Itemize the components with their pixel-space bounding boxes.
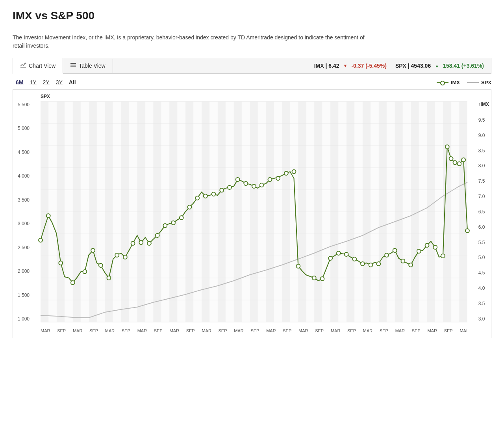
time-btn-6m[interactable]: 6M	[13, 78, 26, 86]
time-btn-1y[interactable]: 1Y	[26, 78, 39, 86]
svg-point-53	[337, 251, 341, 255]
tab-chart[interactable]: Chart View	[13, 58, 63, 74]
tabs-bar: Chart View Table View IMX | 6.42 ▼ -0.37…	[13, 58, 491, 74]
svg-point-45	[268, 178, 272, 182]
svg-point-30	[147, 241, 151, 245]
svg-point-43	[252, 184, 256, 188]
time-range-bar: 6M 1Y 2Y 3Y All IMX SPX	[13, 74, 491, 90]
svg-point-72	[465, 229, 469, 233]
svg-point-24	[99, 263, 103, 267]
svg-point-35	[187, 205, 191, 209]
svg-point-69	[453, 161, 457, 165]
svg-point-68	[449, 157, 453, 161]
svg-point-46	[276, 176, 280, 180]
svg-point-19	[46, 214, 50, 218]
svg-point-34	[180, 216, 183, 220]
table-view-icon	[70, 63, 76, 69]
time-btn-2y[interactable]: 2Y	[40, 78, 53, 86]
svg-point-37	[204, 194, 208, 198]
y-axis-left: 5,500 5,000 4,500 4,000 3,500 3,000 2,50…	[16, 102, 31, 322]
svg-point-52	[328, 256, 332, 260]
svg-point-21	[71, 281, 75, 285]
svg-rect-2	[70, 65, 76, 66]
svg-point-65	[433, 245, 437, 249]
spx-stat-label: SPX | 4543.06	[395, 63, 431, 69]
svg-point-54	[345, 252, 348, 256]
y-axis-right: 10.0 9.5 9.0 8.5 8.0 7.5 7.0 6.5 6.0 5.5…	[477, 102, 489, 322]
svg-point-44	[260, 183, 264, 187]
svg-point-23	[91, 248, 95, 252]
svg-point-66	[441, 254, 445, 258]
legend-spx-label: SPX	[481, 80, 491, 85]
svg-point-61	[401, 259, 405, 263]
svg-point-42	[244, 182, 248, 185]
svg-point-58	[376, 262, 380, 266]
chart-view-label: Chart View	[29, 63, 56, 69]
chart-area: 5,500 5,000 4,500 4,000 3,500 3,000 2,50…	[41, 102, 467, 322]
svg-point-28	[131, 241, 135, 245]
chart-legend: IMX SPX	[437, 80, 491, 85]
page-title: IMX vs S&P 500	[13, 9, 491, 27]
chart-view-icon	[20, 62, 26, 69]
svg-point-33	[171, 221, 175, 225]
svg-point-57	[369, 263, 373, 267]
svg-point-29	[139, 241, 143, 244]
svg-point-18	[39, 238, 43, 242]
imx-change: -0.37 (-5.45%)	[351, 63, 386, 69]
svg-point-41	[236, 178, 240, 182]
svg-point-71	[461, 158, 465, 162]
svg-point-55	[352, 257, 356, 261]
svg-point-59	[385, 253, 389, 257]
svg-point-26	[115, 253, 119, 257]
svg-point-39	[220, 188, 224, 192]
imx-stat-label: IMX | 6.42	[314, 63, 339, 69]
svg-rect-1	[70, 63, 76, 64]
time-btn-all[interactable]: All	[66, 78, 79, 86]
spx-change: 158.41 (+3.61%)	[443, 63, 484, 69]
svg-point-32	[163, 224, 167, 228]
svg-point-67	[445, 145, 449, 149]
svg-point-47	[284, 171, 288, 175]
svg-point-51	[321, 277, 324, 281]
svg-point-64	[425, 243, 429, 247]
svg-point-27	[123, 255, 127, 259]
svg-point-56	[361, 262, 365, 266]
svg-point-49	[296, 264, 300, 268]
description: The Investor Movement Index, or the IMX,…	[13, 33, 367, 50]
time-btn-3y[interactable]: 3Y	[53, 78, 66, 86]
spx-legend-line	[467, 82, 479, 83]
svg-point-60	[393, 248, 397, 252]
imx-down-arrow: ▼	[343, 63, 348, 68]
svg-point-20	[59, 261, 63, 265]
svg-point-50	[312, 276, 316, 280]
svg-point-22	[83, 270, 87, 274]
svg-point-31	[156, 233, 159, 237]
imx-legend-line	[437, 82, 448, 83]
svg-point-36	[195, 196, 199, 200]
stats-area: IMX | 6.42 ▼ -0.37 (-5.45%) SPX | 4543.0…	[307, 63, 491, 69]
svg-point-63	[417, 249, 421, 253]
svg-point-48	[292, 170, 296, 174]
chart-container: SPX IMX 5,500 5,000 4,500 4,000 3,500 3,…	[13, 90, 491, 338]
tab-table[interactable]: Table View	[63, 59, 113, 73]
table-view-label: Table View	[79, 63, 105, 69]
svg-point-40	[228, 185, 232, 189]
svg-point-25	[107, 276, 111, 280]
legend-spx: SPX	[467, 80, 491, 85]
svg-rect-3	[70, 66, 76, 67]
legend-imx: IMX	[437, 80, 460, 85]
svg-point-38	[212, 192, 216, 196]
legend-imx-label: IMX	[451, 80, 460, 85]
svg-point-70	[457, 162, 461, 166]
spx-up-arrow: ▲	[435, 63, 439, 68]
svg-point-62	[409, 263, 413, 267]
x-axis: MAR SEP MAR SEP MAR SEP MAR SEP MAR SEP …	[41, 328, 467, 333]
chart-svg	[41, 102, 467, 322]
y-left-title: SPX	[41, 94, 467, 99]
